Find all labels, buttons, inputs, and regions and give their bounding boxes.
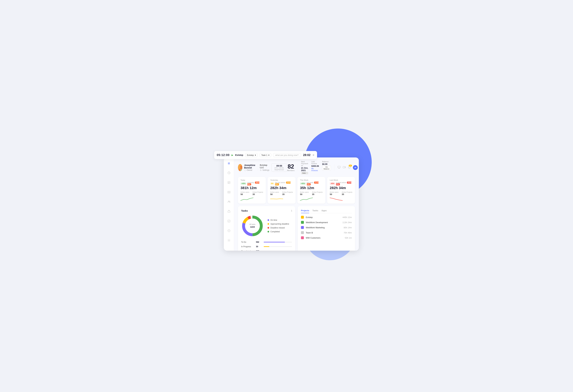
task-stat-todo: To Do 592 (241, 241, 292, 243)
project-time-ww-customers: 53h 1m (345, 237, 352, 239)
user-info: Josephine Bonnet Owner Evistep LLC Setti… (238, 163, 287, 172)
balance: Balance $0.09 Fill Balance (322, 161, 331, 174)
sidebar-item-dashboard[interactable]: ⊞ (226, 161, 232, 166)
project-select-label: Evistep (247, 154, 254, 156)
project-color-webwork-mkt (301, 226, 304, 229)
timer-time: 05:12:00 (217, 153, 230, 157)
project-list: Evistep 445h 12m WebWork Development 113… (301, 216, 352, 239)
tab-projects[interactable]: Projects (301, 209, 309, 213)
stat-card-thisweek: This Week +45% last week 211h 14m 35h 12… (297, 177, 325, 204)
legend-item-completed: Completed (268, 231, 289, 233)
stat-badge-yesterday: 0% (270, 182, 274, 185)
sidebar-item-projects[interactable] (226, 209, 232, 214)
monitor-icon[interactable] (338, 166, 341, 170)
stat-badge-row-today: +45% yesterday 252h 34m (241, 182, 263, 185)
header-right: 82 Members Next Payment on 21 Oct, 2021 … (287, 161, 359, 174)
avatar (238, 164, 242, 171)
stat-period-yesterday: Yesterday (270, 179, 293, 181)
timezone-time: 09:55 (273, 165, 285, 167)
project-name-teamb: Team B (306, 232, 342, 234)
sidebar-item-time[interactable] (226, 170, 232, 175)
stat-card-lastweek: Last Week -45% a week before 252h 14m 28… (327, 177, 355, 204)
project-select-chevron: ▾ (255, 154, 256, 156)
svg-rect-20 (343, 167, 345, 168)
legend-dot-completed (268, 231, 269, 233)
divider3 (334, 164, 334, 171)
activity-placeholder: what are you doing now? (275, 154, 299, 156)
auto-badge: Auto (301, 172, 308, 174)
sidebar-item-settings[interactable] (226, 238, 232, 243)
last-invoice: Last Invoice $300.06 My Invoices (311, 161, 319, 174)
project-color-teamb (301, 231, 304, 234)
task-stat-completed: Completed 602 (241, 250, 292, 251)
members-count: 82 (287, 164, 295, 170)
task-select-label: Task 1 (261, 154, 268, 156)
project-color-ww-customers (301, 236, 304, 239)
todo-bar-fill (264, 242, 285, 242)
stat-period-lastweek: Last Week (330, 179, 352, 181)
user-details: Josephine Bonnet Owner (244, 164, 256, 171)
stat-users-today: Active users50 Active Projects35 (241, 191, 263, 196)
chart-today (241, 196, 253, 201)
settings-link[interactable]: Settings (260, 169, 269, 171)
project-color-evistep (301, 216, 304, 219)
legend-dot-approaching (268, 223, 269, 225)
sidebar-item-users[interactable] (226, 199, 232, 204)
members-badge: 82 Members (287, 164, 295, 171)
stat-badge-row-lastweek: -45% a week before 252h 14m (330, 182, 352, 185)
tab-apps[interactable]: Apps (322, 209, 327, 213)
projects-card: Projects Tasks Apps Evistep 445h 12m Web… (298, 206, 355, 251)
task-select[interactable]: Task 1 ▾ (260, 153, 271, 157)
stat-time-yesterday: 282h 34m (270, 186, 293, 190)
user-role: Owner (244, 169, 256, 171)
project-row-ww-customers: WW Customers 53h 1m (301, 236, 352, 239)
stat-time-thisweek: 35h 12m (300, 186, 323, 190)
my-invoices-link[interactable]: My Invoices (311, 168, 319, 171)
user-menu-button[interactable]: JB (353, 165, 358, 170)
timer-count: 28:02 (303, 153, 310, 157)
stat-compare-today: yesterday 252h 34m (247, 182, 263, 185)
project-name-webwork-dev: WebWork Development (306, 221, 340, 224)
stat-users-thisweek: Active users50 Active Projects35 (300, 191, 323, 196)
svg-point-18 (260, 170, 261, 170)
notifications-icon[interactable]: 71 (348, 166, 351, 170)
sidebar-item-attendance[interactable] (226, 228, 232, 233)
svg-point-13 (229, 240, 229, 241)
tab-tasks[interactable]: Tasks (312, 209, 318, 213)
project-time-webwork-mkt: 80h 14m (343, 226, 352, 229)
play-button[interactable]: ▶ (232, 154, 233, 156)
stat-period-today: Today (241, 179, 263, 181)
sidebar-item-tasks[interactable] (226, 219, 232, 224)
legend-dot-ontime (268, 219, 269, 221)
svg-point-6 (229, 192, 230, 193)
tasks-info-icon[interactable]: ℹ (291, 209, 292, 212)
timezone-label: UTC: +04:00, Asia/Yerevan (273, 167, 285, 170)
user-name: Josephine Bonnet (244, 164, 256, 169)
tasks-stats: To Do 592 In Progress 30 (241, 241, 292, 251)
fill-balance-button[interactable]: Fill Balance (322, 166, 331, 170)
last-invoice-label: Last Invoice (311, 161, 319, 165)
sidebar-item-reports[interactable] (226, 180, 232, 185)
svg-point-7 (228, 201, 229, 202)
balance-label: Balance (322, 161, 331, 163)
header-row: Josephine Bonnet Owner Evistep LLC Setti… (238, 161, 355, 174)
activity-input[interactable]: what are you doing now? (273, 153, 301, 157)
svg-rect-9 (228, 211, 230, 213)
company-info: Evistep LLC Settings (260, 164, 269, 171)
tasks-legend: On time Approaching deadline Deadline mi… (268, 215, 289, 237)
sidebar-item-screenshots[interactable] (226, 189, 232, 195)
stat-time-today: 381h 12m (241, 186, 263, 190)
header-icons: 71 JB ▾ (338, 165, 359, 170)
stat-badge-row-thisweek: +45% last week 211h 14m (300, 182, 323, 185)
todo-bar-bg (264, 242, 292, 242)
balance-amount: $0.09 (322, 163, 331, 165)
timer-close-button[interactable]: ✕ (312, 153, 314, 157)
project-select[interactable]: Evistep ▾ (245, 153, 258, 157)
tasks-content: All tasks 1224 On time Approachi (241, 215, 292, 237)
project-time-teamb: 70h 49m (343, 232, 352, 234)
project-row-teamb: Team B 70h 49m (301, 231, 352, 234)
camera-icon[interactable] (343, 166, 346, 170)
stat-period-thisweek: This Week (300, 179, 323, 181)
project-row-evistep: Evistep 445h 12m (301, 216, 352, 219)
dashboard: ⊞ (224, 157, 359, 251)
